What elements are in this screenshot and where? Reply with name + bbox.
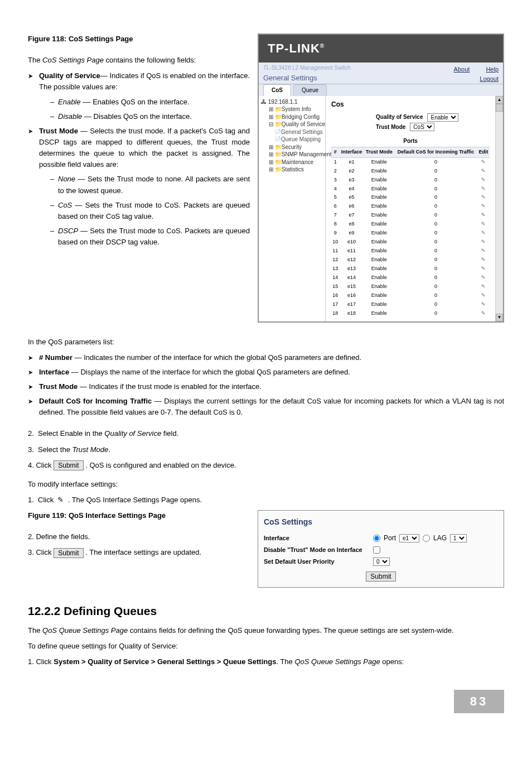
lag-radio[interactable] [423, 535, 430, 542]
col-edit: Edit [477, 147, 490, 157]
tree-maintenance[interactable]: ⊞ 📁Maintenance [261, 158, 323, 166]
table-row: 8e8Enable0✎ [331, 220, 490, 229]
edit-icon[interactable]: ✎ [481, 292, 486, 298]
tree-bridging[interactable]: ⊞ 📁Bridging Config [261, 113, 323, 121]
ports-title: Ports [331, 137, 490, 146]
trustmode-label: Trust Mode [376, 123, 405, 132]
edit-icon[interactable]: ✎ [481, 186, 486, 191]
submit-button[interactable]: Submit [54, 460, 83, 470]
qos-label: Quality of Service [376, 113, 423, 122]
bullet-icon: ➤ [28, 381, 39, 392]
qos-disable: Disable — Disables QoS on the interface. [58, 111, 250, 122]
edit-icon[interactable]: ✎ [481, 177, 486, 182]
scroll-thumb[interactable] [496, 104, 503, 112]
pencil-icon: ✎ [57, 496, 64, 504]
edit-icon[interactable]: ✎ [481, 212, 486, 218]
tab-queue[interactable]: Queue [293, 84, 327, 96]
trustmode-item: Trust Mode — Selects the trust mode. If … [39, 126, 250, 171]
qos-item: Quality of Service— Indicates if QoS is … [39, 70, 250, 93]
section-step1: 1. Click System > Quality of Service > G… [28, 656, 504, 667]
cos-heading: Cos [331, 99, 490, 110]
tree-root[interactable]: 🖧 192.168.1.1 [261, 98, 323, 106]
modify-intro: To modify interface settings: [28, 479, 504, 490]
table-row: 9e9Enable0✎ [331, 229, 490, 238]
trustmode-select[interactable]: CoS [410, 123, 434, 131]
tab-cos[interactable]: CoS [263, 84, 291, 96]
table-row: 2e2Enable0✎ [331, 167, 490, 176]
step-2: 2. Select Enable in the Quality of Servi… [28, 428, 504, 439]
disable-trust-label: Disable "Trust" Mode on Interface [264, 545, 370, 555]
bullet-icon: ➤ [28, 367, 39, 378]
param-interface: Interface — Displays the name of the int… [39, 367, 504, 378]
edit-icon[interactable]: ✎ [481, 203, 486, 209]
qos-select[interactable]: Enable [427, 113, 458, 122]
table-row: 16e16Enable0✎ [331, 291, 490, 300]
edit-icon[interactable]: ✎ [481, 159, 486, 165]
page-number: 83 [454, 690, 504, 713]
edit-icon[interactable]: ✎ [481, 275, 486, 280]
table-row: 12e12Enable0✎ [331, 256, 490, 265]
lag-select[interactable]: 1 [450, 534, 467, 542]
section-heading: 12.2.2 Defining Queues [28, 602, 504, 621]
tree-qos[interactable]: ⊟ 📁Quality of Service [261, 121, 323, 128]
tree-snmp[interactable]: ⊞ 📁SNMP Management [261, 151, 323, 158]
tabs: CoS Queue [259, 84, 503, 96]
edit-icon[interactable]: ✎ [481, 221, 486, 227]
apply-step: 3. Click Submit . The interface settings… [28, 547, 250, 558]
param-trustmode: Trust Mode — Indicates if the trust mode… [39, 381, 504, 392]
tplink-screenshot: TP-LINK® TL-SL3428 L2 Management Switch … [258, 33, 504, 323]
qos-enable: Enable –– Enables QoS on the interface. [58, 97, 250, 108]
section-p1: The QoS Queue Settings Page contains fie… [28, 625, 504, 636]
scrollbar[interactable]: ▲ ▼ [495, 96, 503, 321]
table-row: 17e17Enable0✎ [331, 300, 490, 309]
tm-cos: CoS — Sets the Trust mode to CoS. Packet… [58, 200, 250, 222]
table-row: 15e15Enable0✎ [331, 282, 490, 291]
tree-system-info[interactable]: ⊞ 📁System Info [261, 105, 323, 113]
scroll-down-icon[interactable]: ▼ [496, 314, 503, 321]
tm-none: None — Sets the Trust mode to none. All … [58, 174, 250, 196]
cos-settings-title: CoS Settings [264, 516, 498, 529]
lag-label: LAG [433, 533, 447, 544]
section-p2: To define queue settings for Quality of … [28, 641, 504, 652]
edit-icon[interactable]: ✎ [481, 310, 486, 316]
scroll-track[interactable] [496, 112, 503, 314]
edit-icon[interactable]: ✎ [481, 301, 486, 307]
edit-icon[interactable]: ✎ [481, 168, 486, 174]
interface-label: Interface [264, 534, 370, 543]
table-row: 14e14Enable0✎ [331, 273, 490, 282]
tree-security[interactable]: ⊞ 📁Security [261, 143, 323, 151]
table-row: 11e11Enable0✎ [331, 247, 490, 256]
tree-statistics[interactable]: ⊞ 📁Statistics [261, 166, 323, 174]
edit-icon[interactable]: ✎ [481, 194, 486, 200]
default-priority-label: Set Default User Priority [264, 557, 370, 566]
port-select[interactable]: e1 [399, 534, 419, 542]
port-radio[interactable] [373, 535, 380, 542]
edit-icon[interactable]: ✎ [481, 230, 486, 236]
table-row: 18e18Enable0✎ [331, 309, 490, 318]
scroll-up-icon[interactable]: ▲ [496, 96, 503, 104]
col-num: # [331, 147, 340, 157]
edit-icon[interactable]: ✎ [481, 257, 486, 262]
disable-trust-checkbox[interactable] [373, 546, 380, 554]
tree-queue-mapping[interactable]: 📄Queue Mapping [261, 136, 323, 143]
define-fields: 2. Define the fields. [28, 531, 250, 542]
cos-submit-button[interactable]: Submit [366, 571, 395, 582]
edit-icon[interactable]: ✎ [481, 284, 486, 289]
edit-icon[interactable]: ✎ [481, 239, 486, 244]
col-defaultcos: Default CoS for Incoming Traffic [394, 147, 477, 157]
default-priority-select[interactable]: 0 [373, 558, 390, 566]
bullet-icon: ➤ [28, 352, 39, 363]
logout-link[interactable]: Logout [480, 74, 499, 84]
submit-button[interactable]: Submit [54, 548, 83, 558]
bullet-icon: ➤ [28, 70, 39, 93]
ports-table: # Interface Trust Mode Default CoS for I… [331, 147, 490, 318]
help-link[interactable]: Help [480, 65, 499, 74]
modify-step-1: 1. Click ✎ . The QoS Interface Settings … [28, 494, 504, 506]
device-model: TL-SL3428 L2 Management Switch [263, 64, 351, 73]
paramlist-intro: In the QoS parameters list: [28, 337, 504, 348]
edit-icon[interactable]: ✎ [481, 248, 486, 253]
edit-icon[interactable]: ✎ [481, 266, 486, 271]
tree-general-settings[interactable]: 📄General Settings [261, 128, 323, 136]
about-link[interactable]: About [454, 65, 470, 74]
col-trustmode: Trust Mode [364, 147, 394, 157]
